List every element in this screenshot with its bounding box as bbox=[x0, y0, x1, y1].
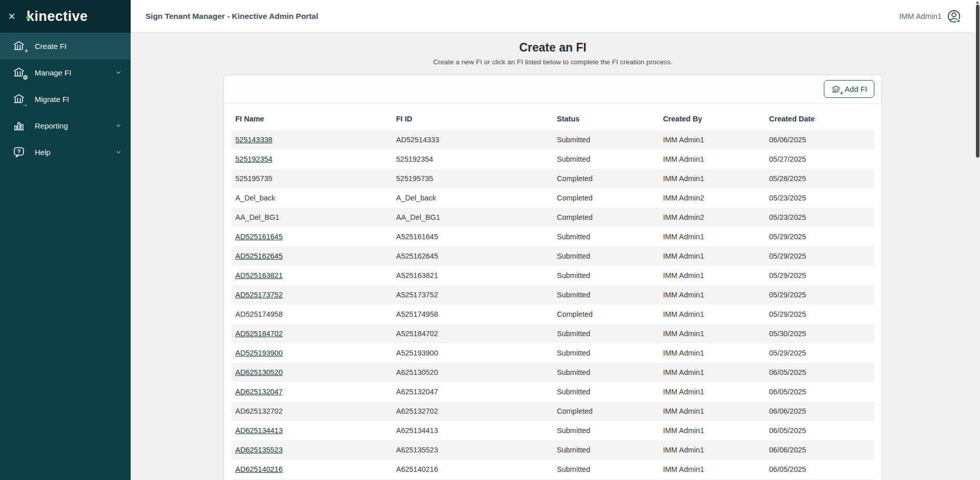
created-by-cell: IMM Admin1 bbox=[659, 324, 765, 343]
created-by-cell: IMM Admin1 bbox=[659, 460, 765, 479]
fi-name-link[interactable]: AD625140216 bbox=[235, 465, 283, 473]
brand-wordmark: kinective bbox=[27, 9, 88, 24]
sidebar-item-migrate-fi[interactable]: →Migrate FI bbox=[0, 86, 131, 112]
sidebar-item-label: Manage FI bbox=[35, 68, 114, 77]
table-row: AD625132702A625132702CompletedIMM Admin1… bbox=[231, 401, 874, 421]
created-date-cell: 06/05/2025 bbox=[765, 363, 874, 382]
table-row: AA_Del_BG1AA_Del_BG1CompletedIMM Admin20… bbox=[231, 208, 874, 227]
sidebar-item-help[interactable]: ?Help bbox=[0, 139, 131, 165]
fi-name-cell: AD525162645 bbox=[231, 246, 392, 266]
fi-name-cell: AD525161645 bbox=[231, 227, 392, 246]
created-date-cell: 05/29/2025 bbox=[765, 246, 874, 266]
status-cell: Completed bbox=[553, 208, 659, 227]
fi-name-link[interactable]: AD525161645 bbox=[235, 233, 283, 241]
fi-name-link[interactable]: AD625130520 bbox=[235, 368, 283, 376]
sidebar-menu: +Create FI⚙Manage FI→Migrate FIReporting… bbox=[0, 33, 131, 165]
created-date-cell: 06/06/2025 bbox=[765, 440, 874, 460]
column-header-fi-id: FI ID bbox=[392, 104, 553, 130]
sidebar-item-create-fi[interactable]: +Create FI bbox=[0, 33, 131, 59]
sidebar-item-reporting[interactable]: Reporting bbox=[0, 112, 131, 139]
table-row: AD525162645A525162645SubmittedIMM Admin1… bbox=[231, 246, 874, 266]
fi-name-cell: AD625135523 bbox=[231, 440, 392, 460]
status-cell: Completed bbox=[553, 401, 659, 421]
fi-name-cell: AD625140216 bbox=[231, 460, 392, 479]
fi-id-cell: A625140216 bbox=[392, 460, 553, 479]
fi-name-cell: AD625132702 bbox=[231, 401, 392, 421]
status-cell: Submitted bbox=[553, 130, 659, 149]
sidebar-logo-bar: × kinective bbox=[0, 0, 131, 33]
fi-name-cell: 525192354 bbox=[231, 149, 392, 169]
window-scrollbar[interactable] bbox=[975, 0, 980, 480]
status-cell: Submitted bbox=[553, 266, 659, 285]
table-row: AD625132047A625132047SubmittedIMM Admin1… bbox=[231, 382, 874, 401]
table-row: AD525161645A525161645SubmittedIMM Admin1… bbox=[231, 227, 874, 246]
status-cell: Submitted bbox=[553, 324, 659, 343]
status-cell: Completed bbox=[553, 305, 659, 324]
fi-name-link[interactable]: AD625132047 bbox=[235, 388, 283, 396]
status-cell: Submitted bbox=[553, 421, 659, 440]
fi-name-cell: AD525193900 bbox=[231, 343, 392, 363]
column-header-fi-name: FI Name bbox=[231, 104, 392, 130]
created-date-cell: 06/05/2025 bbox=[765, 460, 874, 479]
add-fi-label: Add FI bbox=[845, 85, 867, 93]
fi-table: FI NameFI IDStatusCreated ByCreated Date… bbox=[231, 104, 874, 480]
scrollbar-thumb[interactable] bbox=[976, 5, 979, 158]
fi-id-cell: A_Del_back bbox=[392, 188, 553, 208]
fi-name-link[interactable]: AD625135523 bbox=[235, 446, 283, 454]
close-icon[interactable]: × bbox=[8, 10, 22, 22]
table-row: AD525163821A525163821SubmittedIMM Admin1… bbox=[231, 266, 874, 285]
fi-name-link[interactable]: 525143338 bbox=[235, 136, 273, 144]
sidebar-item-manage-fi[interactable]: ⚙Manage FI bbox=[0, 59, 131, 86]
column-header-created-by: Created By bbox=[659, 104, 765, 130]
table-row: AD625130520A625130520SubmittedIMM Admin1… bbox=[231, 363, 874, 382]
main-content: Create an FI Create a new FI or click an… bbox=[131, 33, 975, 480]
add-fi-button[interactable]: + Add FI bbox=[824, 80, 874, 98]
created-by-cell: IMM Admin1 bbox=[659, 285, 765, 305]
created-by-cell: IMM Admin2 bbox=[659, 208, 765, 227]
fi-name-cell: 525143338 bbox=[231, 130, 392, 149]
created-by-cell: IMM Admin1 bbox=[659, 421, 765, 440]
created-date-cell: 05/28/2025 bbox=[765, 169, 874, 188]
sidebar-item-label: Reporting bbox=[35, 121, 114, 130]
scrollbar-up-arrow-icon[interactable] bbox=[976, 1, 979, 4]
user-menu[interactable]: IMM Admin1 bbox=[899, 9, 962, 24]
fi-name-link[interactable]: 525192354 bbox=[235, 155, 273, 163]
fi-name-link[interactable]: AD525173752 bbox=[235, 291, 283, 299]
fi-name-link[interactable]: AD525162645 bbox=[235, 252, 283, 260]
fi-id-cell: A625132702 bbox=[392, 401, 553, 421]
fi-name-link[interactable]: AD525163821 bbox=[235, 271, 283, 280]
logo-green-dot-icon bbox=[26, 16, 29, 19]
bank-plus-icon: + bbox=[831, 84, 841, 94]
created-by-cell: IMM Admin1 bbox=[659, 382, 765, 401]
app-window: × kinective +Create FI⚙Manage FI→Migrate… bbox=[0, 0, 980, 480]
fi-id-cell: A625135523 bbox=[392, 440, 553, 460]
table-row: AD625140216A625140216SubmittedIMM Admin1… bbox=[231, 460, 874, 479]
fi-name-cell: AD625130520 bbox=[231, 363, 392, 382]
fi-name-link[interactable]: AD625134413 bbox=[235, 426, 283, 435]
table-row: AD625135523A625135523SubmittedIMM Admin1… bbox=[231, 440, 874, 460]
column-header-created-date: Created Date bbox=[765, 104, 874, 130]
created-by-cell: IMM Admin1 bbox=[659, 149, 765, 169]
table-row: AD525174958A525174958CompletedIMM Admin1… bbox=[231, 305, 874, 324]
status-cell: Submitted bbox=[553, 460, 659, 479]
fi-name-cell: 525195735 bbox=[231, 169, 392, 188]
table-row: 525192354525192354SubmittedIMM Admin105/… bbox=[231, 149, 874, 169]
fi-name-link[interactable]: AD525193900 bbox=[235, 349, 283, 357]
fi-name-cell: AD625134413 bbox=[231, 421, 392, 440]
column-header-status: Status bbox=[553, 104, 659, 130]
fi-name-cell: AD625132047 bbox=[231, 382, 392, 401]
created-by-cell: IMM Admin1 bbox=[659, 266, 765, 285]
created-date-cell: 05/29/2025 bbox=[765, 266, 874, 285]
fi-table-wrap: FI NameFI IDStatusCreated ByCreated Date… bbox=[231, 104, 874, 480]
created-date-cell: 05/23/2025 bbox=[765, 208, 874, 227]
bank-plus-icon: + bbox=[12, 39, 26, 53]
status-cell: Submitted bbox=[553, 363, 659, 382]
svg-text:?: ? bbox=[17, 148, 21, 155]
fi-id-cell: A625134413 bbox=[392, 421, 553, 440]
fi-name-link[interactable]: AD525184702 bbox=[235, 330, 283, 338]
page-title: Create an FI bbox=[131, 41, 975, 55]
created-date-cell: 05/27/2025 bbox=[765, 149, 874, 169]
status-cell: Submitted bbox=[553, 440, 659, 460]
created-by-cell: IMM Admin2 bbox=[659, 188, 765, 208]
status-cell: Submitted bbox=[553, 343, 659, 363]
